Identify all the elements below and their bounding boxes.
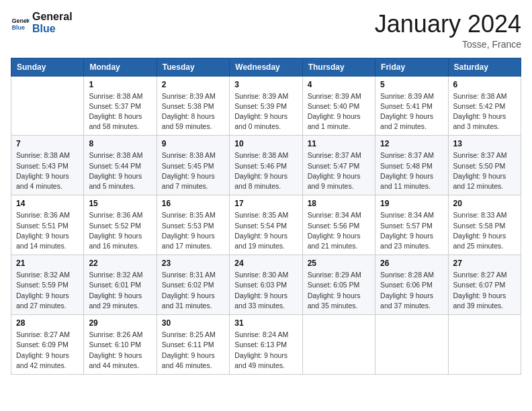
weekday-header: Wednesday	[230, 58, 302, 76]
location: Tosse, France	[375, 39, 521, 50]
day-info: Sunrise: 8:39 AMSunset: 5:40 PMDaylight:…	[308, 91, 370, 132]
day-number: 7	[16, 139, 79, 148]
calendar-cell	[375, 315, 448, 375]
day-info: Sunrise: 8:39 AMSunset: 5:38 PMDaylight:…	[162, 91, 224, 132]
day-info: Sunrise: 8:30 AMSunset: 6:03 PMDaylight:…	[234, 270, 297, 311]
month-title: January 2024	[375, 11, 521, 38]
day-info: Sunrise: 8:25 AMSunset: 6:11 PMDaylight:…	[162, 330, 224, 371]
calendar-cell: 4Sunrise: 8:39 AMSunset: 5:40 PMDaylight…	[302, 76, 375, 136]
day-number: 20	[453, 199, 516, 208]
logo-text: GeneralBlue	[32, 11, 73, 34]
day-info: Sunrise: 8:38 AMSunset: 5:44 PMDaylight:…	[89, 150, 151, 191]
day-info: Sunrise: 8:32 AMSunset: 5:59 PMDaylight:…	[16, 270, 79, 311]
day-info: Sunrise: 8:37 AMSunset: 5:48 PMDaylight:…	[380, 150, 443, 191]
calendar-header: General Blue GeneralBlue January 2024 To…	[11, 11, 521, 50]
calendar-cell: 31Sunrise: 8:24 AMSunset: 6:13 PMDayligh…	[230, 315, 302, 375]
day-number: 4	[308, 80, 370, 89]
calendar-cell: 27Sunrise: 8:27 AMSunset: 6:07 PMDayligh…	[448, 255, 521, 315]
day-number: 6	[453, 80, 516, 89]
day-number: 24	[234, 259, 297, 268]
day-number: 18	[308, 199, 370, 208]
day-info: Sunrise: 8:27 AMSunset: 6:07 PMDaylight:…	[453, 270, 516, 311]
calendar-cell: 20Sunrise: 8:33 AMSunset: 5:58 PMDayligh…	[448, 195, 521, 255]
day-number: 12	[380, 139, 443, 148]
day-number: 23	[162, 259, 224, 268]
day-info: Sunrise: 8:38 AMSunset: 5:42 PMDaylight:…	[453, 91, 516, 132]
calendar-cell: 12Sunrise: 8:37 AMSunset: 5:48 PMDayligh…	[375, 136, 448, 195]
day-number: 28	[16, 318, 79, 328]
day-number: 27	[453, 259, 516, 268]
day-number: 2	[162, 80, 224, 89]
day-number: 9	[162, 139, 224, 148]
day-number: 14	[16, 199, 79, 208]
day-info: Sunrise: 8:35 AMSunset: 5:53 PMDaylight:…	[162, 210, 224, 251]
calendar-week-row: 21Sunrise: 8:32 AMSunset: 5:59 PMDayligh…	[11, 255, 521, 315]
calendar-cell: 21Sunrise: 8:32 AMSunset: 5:59 PMDayligh…	[11, 255, 84, 315]
calendar-week-row: 7Sunrise: 8:38 AMSunset: 5:43 PMDaylight…	[11, 136, 521, 195]
calendar-cell: 24Sunrise: 8:30 AMSunset: 6:03 PMDayligh…	[230, 255, 302, 315]
svg-text:Blue: Blue	[11, 24, 25, 30]
calendar-cell: 11Sunrise: 8:37 AMSunset: 5:47 PMDayligh…	[302, 136, 375, 195]
day-info: Sunrise: 8:29 AMSunset: 6:05 PMDaylight:…	[308, 270, 370, 311]
weekday-header: Sunday	[11, 58, 84, 76]
day-info: Sunrise: 8:24 AMSunset: 6:13 PMDaylight:…	[234, 330, 297, 371]
calendar-cell: 2Sunrise: 8:39 AMSunset: 5:38 PMDaylight…	[157, 76, 229, 136]
weekday-header-row: SundayMondayTuesdayWednesdayThursdayFrid…	[11, 58, 521, 76]
calendar-cell: 13Sunrise: 8:37 AMSunset: 5:50 PMDayligh…	[448, 136, 521, 195]
calendar-cell: 3Sunrise: 8:39 AMSunset: 5:39 PMDaylight…	[230, 76, 302, 136]
calendar-cell: 1Sunrise: 8:38 AMSunset: 5:37 PMDaylight…	[84, 76, 157, 136]
day-number: 26	[380, 259, 443, 268]
day-number: 13	[453, 139, 516, 148]
calendar-cell: 30Sunrise: 8:25 AMSunset: 6:11 PMDayligh…	[157, 315, 229, 375]
calendar-cell: 6Sunrise: 8:38 AMSunset: 5:42 PMDaylight…	[448, 76, 521, 136]
weekday-header: Friday	[375, 58, 448, 76]
calendar-cell: 25Sunrise: 8:29 AMSunset: 6:05 PMDayligh…	[302, 255, 375, 315]
day-number: 29	[89, 318, 151, 328]
day-number: 21	[16, 259, 79, 268]
calendar-table: SundayMondayTuesdayWednesdayThursdayFrid…	[11, 58, 521, 375]
calendar-cell: 19Sunrise: 8:34 AMSunset: 5:57 PMDayligh…	[375, 195, 448, 255]
day-info: Sunrise: 8:39 AMSunset: 5:39 PMDaylight:…	[234, 91, 297, 132]
day-number: 25	[308, 259, 370, 268]
day-info: Sunrise: 8:35 AMSunset: 5:54 PMDaylight:…	[234, 210, 297, 251]
day-number: 17	[234, 199, 297, 208]
day-number: 19	[380, 199, 443, 208]
calendar-cell: 26Sunrise: 8:28 AMSunset: 6:06 PMDayligh…	[375, 255, 448, 315]
calendar-week-row: 28Sunrise: 8:27 AMSunset: 6:09 PMDayligh…	[11, 315, 521, 375]
weekday-header: Saturday	[448, 58, 521, 76]
day-info: Sunrise: 8:38 AMSunset: 5:37 PMDaylight:…	[89, 91, 151, 132]
calendar-cell: 8Sunrise: 8:38 AMSunset: 5:44 PMDaylight…	[84, 136, 157, 195]
day-number: 5	[380, 80, 443, 89]
day-info: Sunrise: 8:28 AMSunset: 6:06 PMDaylight:…	[380, 270, 443, 311]
day-number: 22	[89, 259, 151, 268]
day-number: 16	[162, 199, 224, 208]
calendar-cell: 7Sunrise: 8:38 AMSunset: 5:43 PMDaylight…	[11, 136, 84, 195]
calendar-cell: 14Sunrise: 8:36 AMSunset: 5:51 PMDayligh…	[11, 195, 84, 255]
calendar-cell: 16Sunrise: 8:35 AMSunset: 5:53 PMDayligh…	[157, 195, 229, 255]
weekday-header: Tuesday	[157, 58, 229, 76]
day-info: Sunrise: 8:38 AMSunset: 5:45 PMDaylight:…	[162, 150, 224, 191]
day-info: Sunrise: 8:27 AMSunset: 6:09 PMDaylight:…	[16, 330, 79, 371]
day-number: 11	[308, 139, 370, 148]
calendar-cell: 22Sunrise: 8:32 AMSunset: 6:01 PMDayligh…	[84, 255, 157, 315]
logo: General Blue GeneralBlue	[11, 11, 73, 34]
calendar-week-row: 1Sunrise: 8:38 AMSunset: 5:37 PMDaylight…	[11, 76, 521, 136]
day-number: 15	[89, 199, 151, 208]
calendar-cell: 9Sunrise: 8:38 AMSunset: 5:45 PMDaylight…	[157, 136, 229, 195]
weekday-header: Thursday	[302, 58, 375, 76]
calendar-cell: 15Sunrise: 8:36 AMSunset: 5:52 PMDayligh…	[84, 195, 157, 255]
calendar-cell: 23Sunrise: 8:31 AMSunset: 6:02 PMDayligh…	[157, 255, 229, 315]
calendar-cell: 29Sunrise: 8:26 AMSunset: 6:10 PMDayligh…	[84, 315, 157, 375]
day-info: Sunrise: 8:34 AMSunset: 5:57 PMDaylight:…	[380, 210, 443, 251]
weekday-header: Monday	[84, 58, 157, 76]
day-info: Sunrise: 8:39 AMSunset: 5:41 PMDaylight:…	[380, 91, 443, 132]
day-info: Sunrise: 8:38 AMSunset: 5:43 PMDaylight:…	[16, 150, 79, 191]
day-info: Sunrise: 8:31 AMSunset: 6:02 PMDaylight:…	[162, 270, 224, 311]
calendar-cell	[11, 76, 84, 136]
calendar-cell	[302, 315, 375, 375]
calendar-week-row: 14Sunrise: 8:36 AMSunset: 5:51 PMDayligh…	[11, 195, 521, 255]
calendar-cell: 5Sunrise: 8:39 AMSunset: 5:41 PMDaylight…	[375, 76, 448, 136]
day-number: 1	[89, 80, 151, 89]
calendar-cell: 28Sunrise: 8:27 AMSunset: 6:09 PMDayligh…	[11, 315, 84, 375]
calendar-cell: 10Sunrise: 8:38 AMSunset: 5:46 PMDayligh…	[230, 136, 302, 195]
